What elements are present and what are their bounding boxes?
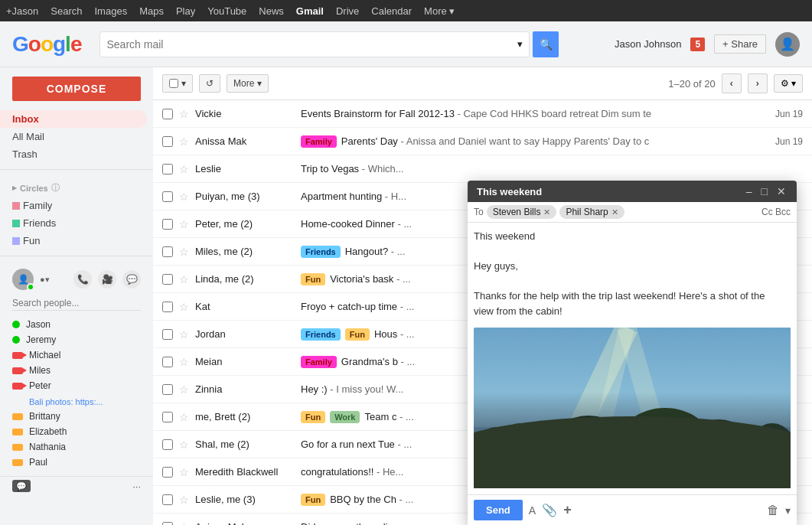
sidebar-item-trash[interactable]: Trash <box>0 145 147 163</box>
search-dropdown-icon[interactable]: ▾ <box>517 38 523 50</box>
select-all-checkbox[interactable] <box>169 79 178 88</box>
nav-play[interactable]: Play <box>176 5 195 17</box>
remove-steven-button[interactable]: ✕ <box>543 207 550 217</box>
row-checkbox[interactable] <box>162 302 173 312</box>
row-checkbox[interactable] <box>162 412 173 422</box>
call-icon[interactable]: 📞 <box>73 270 92 289</box>
select-dropdown[interactable]: ▾ <box>162 74 193 93</box>
nav-youtube[interactable]: YouTube <box>207 5 246 17</box>
chat-bar-icon[interactable]: 💬 <box>12 480 31 492</box>
person-jason[interactable]: Jason <box>12 317 141 332</box>
compose-minimize-button[interactable]: – <box>745 185 754 197</box>
person-paul[interactable]: Paul <box>12 455 141 470</box>
star-icon[interactable]: ☆ <box>179 273 189 285</box>
compose-message-area[interactable]: This weekend Hey guys, Thanks for the he… <box>468 223 797 324</box>
attach-icon[interactable]: 📎 <box>542 503 557 517</box>
star-icon[interactable]: ☆ <box>179 163 189 175</box>
cc-bcc-label[interactable]: Cc Bcc <box>761 207 791 217</box>
star-icon[interactable]: ☆ <box>179 218 189 230</box>
remove-phil-button[interactable]: ✕ <box>611 207 618 217</box>
sidebar-item-inbox[interactable]: Inbox <box>0 110 147 128</box>
row-checkbox[interactable] <box>162 219 173 230</box>
star-icon[interactable]: ☆ <box>179 466 189 478</box>
video-icon[interactable]: 🎥 <box>98 270 116 289</box>
delete-draft-icon[interactable]: 🗑 <box>767 504 779 517</box>
compose-more-icon[interactable]: ▾ <box>785 504 791 517</box>
star-icon[interactable]: ☆ <box>179 108 189 120</box>
star-icon[interactable]: ☆ <box>179 301 189 313</box>
next-page-button[interactable]: › <box>748 73 768 93</box>
recipient-chip-phil[interactable]: Phil Sharp ✕ <box>559 205 624 219</box>
person-peter[interactable]: Peter Bali photos: https:... <box>12 378 141 409</box>
nav-gmail[interactable]: Gmail <box>296 5 324 17</box>
refresh-button[interactable]: ↺ <box>199 74 220 93</box>
star-icon[interactable]: ☆ <box>179 494 189 506</box>
nav-more[interactable]: More ▾ <box>424 5 455 17</box>
sidebar-item-friends[interactable]: Friends <box>0 214 147 232</box>
nav-calendar[interactable]: Calendar <box>371 5 412 17</box>
row-checkbox[interactable] <box>162 274 173 285</box>
star-icon[interactable]: ☆ <box>179 411 189 423</box>
person-brittany[interactable]: Brittany <box>12 409 141 424</box>
nav-plus-jason[interactable]: +Jason <box>6 5 38 17</box>
nav-images[interactable]: Images <box>95 5 128 17</box>
row-checkbox[interactable] <box>162 522 173 526</box>
send-button[interactable]: Send <box>474 500 523 520</box>
format-icon[interactable]: A <box>529 504 536 517</box>
nav-maps[interactable]: Maps <box>139 5 164 17</box>
search-button[interactable]: 🔍 <box>533 31 559 57</box>
email-row[interactable]: ☆ Anissa Mak Family Parents' Day - Aniss… <box>153 128 812 155</box>
nav-drive[interactable]: Drive <box>336 5 359 17</box>
row-checkbox[interactable] <box>162 164 173 174</box>
recipient-chip-steven[interactable]: Steven Bills ✕ <box>487 205 557 219</box>
email-subject: Victoria's bask - ... <box>330 273 411 285</box>
star-icon[interactable]: ☆ <box>179 356 189 368</box>
search-input[interactable] <box>106 38 517 51</box>
sidebar-item-all[interactable]: All Mail <box>0 128 147 145</box>
sidebar-item-fun[interactable]: Fun <box>0 232 147 249</box>
email-subject: Hey :) - I miss you! W... <box>301 383 403 395</box>
row-checkbox[interactable] <box>162 329 173 340</box>
star-icon[interactable]: ☆ <box>179 439 189 451</box>
star-icon[interactable]: ☆ <box>179 521 189 526</box>
person-miles[interactable]: Miles <box>12 363 141 378</box>
nav-news[interactable]: News <box>259 5 284 17</box>
more-toolbar-button[interactable]: More ▾ <box>227 74 269 93</box>
sidebar-item-family[interactable]: Family <box>0 197 147 214</box>
compose-header[interactable]: This weekend – □ ✕ <box>468 181 797 202</box>
person-michael[interactable]: Michael <box>12 347 141 363</box>
star-icon[interactable]: ☆ <box>179 191 189 203</box>
circles-label[interactable]: ▸ Circles ⓘ <box>12 182 60 194</box>
row-checkbox[interactable] <box>162 439 173 450</box>
row-checkbox[interactable] <box>162 246 173 257</box>
search-people-input[interactable] <box>12 296 141 311</box>
compose-maximize-button[interactable]: □ <box>760 185 769 197</box>
chat-icon[interactable]: 💬 <box>122 270 141 289</box>
row-checkbox[interactable] <box>162 467 173 478</box>
compose-to-input[interactable] <box>628 207 758 218</box>
row-checkbox[interactable] <box>162 136 173 147</box>
person-jeremy[interactable]: Jeremy <box>12 332 141 347</box>
star-icon[interactable]: ☆ <box>179 328 189 341</box>
row-checkbox[interactable] <box>162 494 173 505</box>
person-nathania[interactable]: Nathania <box>12 439 141 455</box>
chat-bar-dots[interactable]: ··· <box>132 481 141 492</box>
prev-page-button[interactable]: ‹ <box>722 73 742 93</box>
compose-button[interactable]: COMPOSE <box>12 77 141 101</box>
notification-badge[interactable]: 5 <box>690 38 705 51</box>
row-checkbox[interactable] <box>162 191 173 202</box>
share-button[interactable]: + Share <box>714 34 766 54</box>
email-row[interactable]: ☆ Vickie Events Brainstorm for Fall 2012… <box>153 100 812 128</box>
star-icon[interactable]: ☆ <box>179 135 189 148</box>
row-checkbox[interactable] <box>162 357 173 367</box>
email-row[interactable]: ☆ Leslie Trip to Vegas - Which... <box>153 155 812 183</box>
row-checkbox[interactable] <box>162 109 173 119</box>
row-checkbox[interactable] <box>162 384 173 395</box>
star-icon[interactable]: ☆ <box>179 383 189 396</box>
insert-icon[interactable]: + <box>563 502 572 518</box>
person-elizabeth[interactable]: Elizabeth <box>12 424 141 439</box>
compose-close-button[interactable]: ✕ <box>775 185 788 197</box>
nav-search[interactable]: Search <box>51 5 82 17</box>
star-icon[interactable]: ☆ <box>179 246 189 258</box>
settings-button[interactable]: ⚙ ▾ <box>774 74 803 93</box>
